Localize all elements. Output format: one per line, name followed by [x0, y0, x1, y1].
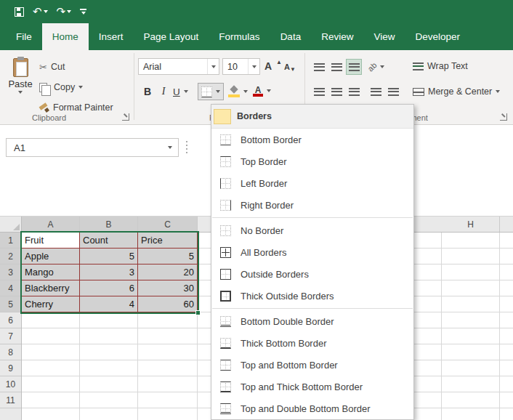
menu-item-no-border[interactable]: No Border: [211, 219, 413, 241]
merge-center-dropdown-icon[interactable]: [496, 90, 500, 93]
paste-button[interactable]: Paste: [4, 55, 36, 112]
cell-b4[interactable]: 6: [80, 280, 138, 296]
font-size-dropdown-icon[interactable]: [248, 59, 259, 74]
copy-button[interactable]: Copy: [39, 79, 83, 95]
tab-page-layout[interactable]: Page Layout: [134, 23, 209, 50]
align-middle-button[interactable]: [328, 59, 344, 75]
italic-button[interactable]: I: [155, 84, 171, 100]
tab-home[interactable]: Home: [42, 23, 89, 50]
alignment-dialog-launcher[interactable]: [500, 113, 507, 121]
menu-item-top-and-double-bottom-border[interactable]: Top and Double Bottom Border: [211, 397, 413, 419]
column-header-a[interactable]: A: [22, 217, 80, 232]
increase-font-size-button[interactable]: A▲: [263, 58, 279, 74]
column-header-h[interactable]: H: [442, 217, 500, 232]
tab-formulas[interactable]: Formulas: [209, 23, 270, 50]
align-top-button[interactable]: [311, 59, 327, 75]
menu-item-left-border[interactable]: Left Border: [211, 172, 413, 194]
borders-dropdown-icon[interactable]: [216, 90, 220, 93]
cell-a1[interactable]: Fruit: [22, 233, 80, 249]
format-painter-icon: [39, 103, 49, 113]
cell-c5[interactable]: 60: [138, 296, 198, 312]
font-name-select[interactable]: Arial: [138, 58, 219, 75]
row-header-11[interactable]: 11: [0, 392, 21, 408]
column-header-c[interactable]: C: [138, 217, 198, 232]
decrease-indent-button[interactable]: [368, 84, 384, 100]
underline-dropdown-icon[interactable]: [184, 90, 188, 93]
formula-bar-splitter[interactable]: [186, 141, 187, 153]
copy-dropdown-icon[interactable]: [78, 86, 83, 89]
redo-dropdown-icon[interactable]: [67, 10, 71, 13]
row-header-3[interactable]: 3: [0, 264, 21, 280]
row-header-1[interactable]: 1: [0, 233, 21, 249]
fill-color-button[interactable]: [228, 84, 248, 100]
cut-button[interactable]: Cut: [39, 59, 65, 75]
font-color-dropdown-icon[interactable]: [267, 89, 271, 92]
align-left-button[interactable]: [311, 84, 327, 100]
redo-button[interactable]: [57, 6, 72, 17]
paste-dropdown-icon[interactable]: [18, 91, 23, 94]
row-header-10[interactable]: 10: [0, 376, 21, 392]
decrease-font-size-button[interactable]: A▼: [282, 59, 298, 75]
clipboard-dialog-launcher[interactable]: [122, 113, 129, 121]
cell-c2[interactable]: 5: [138, 249, 198, 264]
cell-c3[interactable]: 20: [138, 264, 198, 280]
row-header-2[interactable]: 2: [0, 249, 21, 264]
cell-a3[interactable]: Mango: [22, 264, 80, 280]
align-center-button[interactable]: [328, 84, 344, 100]
orientation-dropdown-icon[interactable]: [380, 65, 384, 68]
menu-item-thick-bottom-border[interactable]: Thick Bottom Border: [211, 332, 413, 354]
align-bottom-button[interactable]: [346, 59, 362, 75]
menu-item-thick-outside-borders[interactable]: Thick Outside Borders: [211, 285, 413, 307]
select-all-button[interactable]: [0, 217, 22, 232]
cell-a2[interactable]: Apple: [22, 249, 80, 264]
row-header-5[interactable]: 5: [0, 296, 21, 312]
menu-item-top-border[interactable]: Top Border: [211, 150, 413, 172]
menu-item-bottom-double-border[interactable]: Bottom Double Border: [211, 310, 413, 332]
tab-file[interactable]: File: [6, 23, 42, 50]
undo-button[interactable]: [33, 6, 48, 17]
font-size-select[interactable]: 10: [222, 58, 260, 75]
save-button[interactable]: [15, 7, 24, 17]
cell-b3[interactable]: 3: [80, 264, 138, 280]
undo-dropdown-icon[interactable]: [44, 10, 48, 13]
borders-button[interactable]: [198, 83, 224, 100]
menu-item-top-and-bottom-border[interactable]: Top and Bottom Border: [211, 354, 413, 376]
orientation-button[interactable]: ab: [368, 59, 384, 75]
column-header-b[interactable]: B: [80, 217, 138, 232]
increase-indent-button[interactable]: [385, 84, 401, 100]
cell-b5[interactable]: 4: [80, 296, 138, 312]
align-right-button[interactable]: [346, 84, 362, 100]
row-header-7[interactable]: 7: [0, 328, 21, 344]
row-header-9[interactable]: 9: [0, 360, 21, 376]
tab-data[interactable]: Data: [270, 23, 312, 50]
cell-b2[interactable]: 5: [80, 249, 138, 264]
menu-item-all-borders[interactable]: All Borders: [211, 241, 413, 263]
menu-item-right-border[interactable]: Right Border: [211, 194, 413, 216]
tab-insert[interactable]: Insert: [89, 23, 134, 50]
cell-c1[interactable]: Price: [138, 233, 198, 249]
font-color-button[interactable]: A: [253, 83, 271, 99]
cell-c4[interactable]: 30: [138, 280, 198, 296]
underline-button[interactable]: U: [173, 84, 188, 100]
row-header-8[interactable]: 8: [0, 344, 21, 360]
customize-quick-access-button[interactable]: [80, 9, 86, 15]
bold-button[interactable]: B: [140, 84, 155, 100]
merge-center-button[interactable]: Merge & Center: [413, 84, 500, 100]
name-box[interactable]: A1: [6, 138, 179, 157]
name-box-dropdown-icon[interactable]: [162, 139, 178, 156]
tab-developer[interactable]: Developer: [405, 23, 470, 50]
menu-item-outside-borders[interactable]: Outside Borders: [211, 263, 413, 285]
cell-b1[interactable]: Count: [80, 233, 138, 249]
wrap-text-button[interactable]: Wrap Text: [413, 58, 468, 74]
data-table: Fruit Count Price Apple 5 5 Mango 3 20 B…: [22, 233, 198, 312]
row-header-4[interactable]: 4: [0, 280, 21, 296]
tab-view[interactable]: View: [363, 23, 405, 50]
cell-a4[interactable]: Blackberry: [22, 280, 80, 296]
tab-review[interactable]: Review: [311, 23, 363, 50]
cell-a5[interactable]: Cherry: [22, 296, 80, 312]
row-header-6[interactable]: 6: [0, 312, 21, 328]
menu-item-bottom-border[interactable]: Bottom Border: [211, 129, 413, 150]
fill-color-dropdown-icon[interactable]: [243, 90, 248, 93]
font-name-dropdown-icon[interactable]: [207, 59, 219, 74]
menu-item-top-and-thick-bottom-border[interactable]: Top and Thick Bottom Border: [211, 376, 413, 397]
